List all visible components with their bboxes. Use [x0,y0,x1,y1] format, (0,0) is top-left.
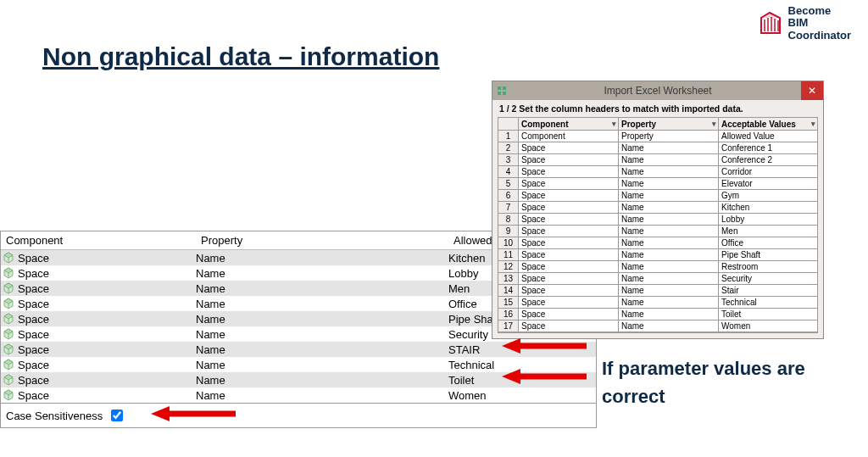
cell-property: Name [196,389,448,402]
row-number: 10 [498,237,519,249]
table-row[interactable]: SpaceNameTechnical [1,357,596,372]
dialog-row[interactable]: 9SpaceNameMen [498,226,817,237]
cell-property: Name [619,285,719,297]
cube-icon [1,328,16,340]
dropdown-icon: ▾ [811,120,815,128]
import-excel-dialog: Import Excel Worksheet ✕ 1 / 2 Set the c… [492,81,824,339]
dropdown-icon: ▾ [612,120,616,128]
dialog-row[interactable]: 8SpaceNameLobby [498,214,817,226]
cell-acceptable: Restroom [719,261,817,273]
cell-property: Name [619,226,719,237]
cell-component: Component [519,131,619,142]
cell-acceptable: Toilet [719,309,817,320]
cell-property: Name [196,343,448,356]
row-number: 8 [498,214,519,226]
dialog-row[interactable]: 10SpaceNameOffice [498,237,817,249]
close-icon: ✕ [808,85,816,97]
header-property[interactable]: Property [196,231,448,249]
cell-property: Name [619,214,719,226]
cell-component: Space [519,261,619,273]
cell-component: Space [16,298,196,310]
row-number: 17 [498,320,519,332]
cell-value: Technical [448,359,596,371]
row-number: 4 [498,166,519,178]
cell-acceptable: Office [719,237,817,249]
cell-property: Name [619,320,719,332]
dialog-row[interactable]: 17SpaceNameWomen [498,320,817,332]
cell-component: Space [519,309,619,320]
dialog-header-property[interactable]: Property▾ [619,118,719,131]
cell-property: Name [619,237,719,249]
cube-icon [1,359,16,371]
cube-icon [1,313,16,325]
cell-property: Name [619,178,719,190]
row-number: 11 [498,249,519,261]
table-row[interactable]: SpaceNameWomen [1,387,596,403]
dialog-row[interactable]: 12SpaceNameRestroom [498,261,817,273]
dialog-row[interactable]: 2SpaceNameConference 1 [498,142,817,154]
dialog-row[interactable]: 1ComponentPropertyAllowed Value [498,131,817,142]
dialog-row[interactable]: 11SpaceNamePipe Shaft [498,249,817,261]
brand-logo-text: Become BIM Coordinator [788,5,851,42]
cell-component: Space [519,190,619,202]
logo-line: BIM [788,17,851,29]
dialog-row[interactable]: 4SpaceNameCorridor [498,166,817,178]
cell-component: Space [519,178,619,190]
dialog-header-component[interactable]: Component▾ [519,118,619,131]
cell-acceptable: Women [719,320,817,332]
dialog-close-button[interactable]: ✕ [801,81,823,100]
row-number: 13 [498,273,519,285]
cell-acceptable: Technical [719,297,817,309]
cell-property: Name [619,273,719,285]
brand-logo-icon [758,9,783,36]
dialog-row[interactable]: 7SpaceNameKitchen [498,202,817,214]
table-row[interactable]: SpaceNameSTAIR [1,342,596,357]
dialog-instruction: 1 / 2 Set the column headers to match wi… [492,100,823,117]
dialog-row[interactable]: 3SpaceNameConference 2 [498,154,817,166]
cell-component: Space [519,249,619,261]
cell-acceptable: Allowed Value [719,131,817,142]
cube-icon [1,343,16,355]
cube-icon [1,267,16,279]
cube-icon [1,298,16,309]
dialog-row[interactable]: 14SpaceNameStair [498,285,817,297]
cube-icon [1,389,16,401]
dialog-row[interactable]: 13SpaceNameSecurity [498,273,817,285]
cell-property: Name [196,252,448,265]
cell-acceptable: Pipe Shaft [719,249,817,261]
cell-component: Space [16,343,196,356]
cell-component: Space [519,226,619,237]
dialog-row[interactable]: 6SpaceNameGym [498,190,817,202]
cell-acceptable: Kitchen [719,202,817,214]
row-number: 1 [498,131,519,142]
cell-acceptable: Conference 1 [719,142,817,154]
dialog-row[interactable]: 16SpaceNameToilet [498,309,817,320]
cube-icon [1,252,16,264]
cube-icon [1,374,16,386]
cell-component: Space [519,142,619,154]
logo-line: Become [788,5,851,17]
cell-property: Name [196,267,448,280]
header-component[interactable]: Component [1,231,196,249]
cube-icon [1,282,16,294]
dialog-row[interactable]: 15SpaceNameTechnical [498,297,817,309]
cell-acceptable: Security [719,273,817,285]
table-row[interactable]: SpaceNameToilet [1,372,596,387]
dialog-titlebar[interactable]: Import Excel Worksheet ✕ [492,81,823,100]
cell-component: Space [519,154,619,166]
dialog-header-acceptable-values[interactable]: Acceptable Values▾ [719,118,817,131]
case-sensitiveness-checkbox[interactable] [111,410,123,421]
cell-component: Space [519,237,619,249]
cell-acceptable: Lobby [719,214,817,226]
case-sensitiveness-row: Case Sensitiveness [1,403,596,427]
cell-acceptable: Corridor [719,166,817,178]
dialog-row[interactable]: 5SpaceNameElevator [498,178,817,190]
cell-property: Name [619,261,719,273]
cell-property: Name [619,166,719,178]
cell-value: Toilet [448,374,596,387]
cell-acceptable: Stair [719,285,817,297]
brand-logo: Become BIM Coordinator [758,5,851,42]
row-number: 12 [498,261,519,273]
cell-component: Space [519,214,619,226]
cell-component: Space [16,282,196,295]
